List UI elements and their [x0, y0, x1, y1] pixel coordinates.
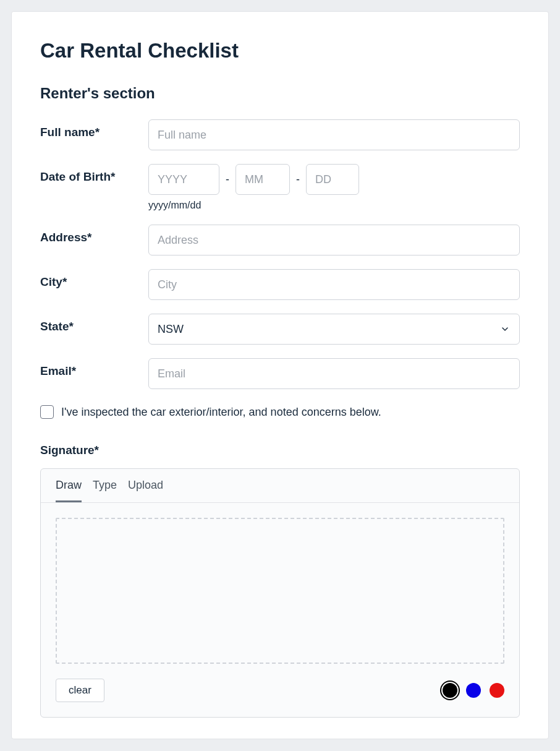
signature-canvas[interactable] [56, 518, 504, 664]
tab-draw[interactable]: Draw [56, 479, 82, 502]
state-label: State* [40, 314, 148, 333]
signature-tabs: Draw Type Upload [41, 469, 519, 503]
tab-type[interactable]: Type [93, 479, 117, 502]
inspected-checkbox[interactable] [40, 405, 54, 419]
color-red[interactable] [490, 683, 504, 698]
page-title: Car Rental Checklist [40, 39, 520, 62]
field-state: State* NSW [40, 314, 520, 345]
full-name-label: Full name* [40, 119, 148, 139]
dob-separator-1: - [226, 173, 229, 186]
city-input[interactable] [148, 269, 520, 300]
inspected-row: I've inspected the car exterior/interior… [40, 405, 520, 419]
address-label: Address* [40, 225, 148, 244]
color-blue[interactable] [466, 683, 481, 698]
field-full-name: Full name* [40, 119, 520, 150]
form-card: Car Rental Checklist Renter's section Fu… [11, 11, 549, 739]
field-email: Email* [40, 358, 520, 389]
signature-panel: Draw Type Upload clear [40, 468, 520, 718]
state-select[interactable]: NSW [148, 314, 520, 345]
dob-day-input[interactable] [306, 164, 359, 195]
clear-button[interactable]: clear [56, 679, 104, 702]
email-label: Email* [40, 358, 148, 378]
full-name-input[interactable] [148, 119, 520, 150]
field-dob: Date of Birth* - - yyyy/mm/dd [40, 164, 520, 211]
dob-year-input[interactable] [148, 164, 219, 195]
email-input[interactable] [148, 358, 520, 389]
city-label: City* [40, 269, 148, 289]
section-title: Renter's section [40, 85, 520, 102]
inspected-label: I've inspected the car exterior/interior… [61, 406, 381, 419]
signature-colors [443, 683, 504, 698]
field-address: Address* [40, 225, 520, 255]
signature-label: Signature* [40, 444, 520, 457]
tab-upload[interactable]: Upload [128, 479, 163, 502]
field-city: City* [40, 269, 520, 300]
dob-month-input[interactable] [235, 164, 290, 195]
dob-separator-2: - [296, 173, 300, 186]
color-black[interactable] [443, 683, 457, 698]
dob-label: Date of Birth* [40, 164, 148, 184]
address-input[interactable] [148, 225, 520, 255]
dob-hint: yyyy/mm/dd [148, 200, 520, 211]
